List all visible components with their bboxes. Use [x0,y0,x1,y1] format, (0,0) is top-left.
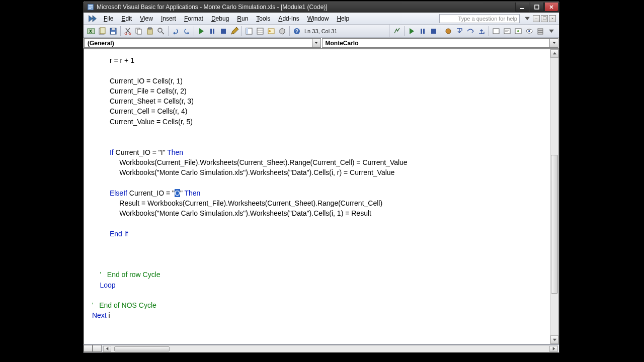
minimize-button[interactable] [515,3,529,12]
mdi-restore-button[interactable]: ❐ [541,15,548,22]
find-icon[interactable] [156,26,166,36]
copy-icon[interactable] [134,26,144,36]
svg-rect-18 [221,29,226,34]
immediate-window-icon[interactable] [502,26,512,36]
help-icon[interactable]: ? [292,26,302,36]
svg-point-33 [517,30,519,32]
svg-rect-26 [421,29,422,34]
menu-file[interactable]: File [100,14,117,23]
cursor-position-label: Ln 33, Col 31 [304,28,350,34]
break2-icon[interactable] [418,26,428,36]
statusbar [84,344,559,352]
svg-rect-7 [112,28,115,30]
design-mode-icon[interactable] [229,26,239,36]
menu-debug[interactable]: Debug [207,14,233,23]
menu-format[interactable]: Format [180,14,207,23]
procedure-combo[interactable]: MonteCarlo [322,38,559,48]
reset2-icon[interactable] [429,26,439,36]
horizontal-scrollbar[interactable] [103,345,558,352]
scroll-down-icon[interactable] [550,335,558,344]
menu-help[interactable]: Help [333,14,353,23]
object-combo-value: (General) [85,40,117,47]
code-area[interactable]: r = r + 1 Current_IO = Cells(r, 1) Curre… [84,49,550,344]
toggle-breakpoint-icon[interactable] [443,26,453,36]
menu-window[interactable]: Window [303,14,333,23]
menu-insert[interactable]: Insert [157,14,180,23]
compile-icon[interactable] [392,26,402,36]
code-text[interactable]: r = r + 1 Current_IO = Cells(r, 1) Curre… [90,55,550,321]
menu-add-ins[interactable]: Add-Ins [274,14,303,23]
svg-rect-5 [100,28,105,34]
hscroll-track[interactable] [111,346,549,352]
menu-view[interactable]: View [136,14,157,23]
help-dropdown-icon[interactable] [522,14,532,24]
menu-run[interactable]: Run [233,14,252,23]
step-over-icon[interactable] [465,26,475,36]
run2-icon[interactable] [407,26,417,36]
reset-icon[interactable] [218,26,228,36]
scroll-right-icon[interactable] [549,346,557,352]
menu-edit[interactable]: Edit [117,14,136,23]
close-button[interactable] [544,3,558,12]
svg-rect-16 [210,29,212,34]
view-excel-icon[interactable] [86,26,96,36]
debug-toolbar [389,25,557,37]
svg-rect-36 [538,29,543,30]
object-browser-icon[interactable] [266,26,276,36]
toolbox-icon[interactable] [277,26,287,36]
quick-watch-icon[interactable] [524,26,534,36]
window-title: Microsoft Visual Basic for Applications … [97,4,515,11]
insert-module-icon[interactable] [97,26,107,36]
call-stack-icon[interactable] [535,26,545,36]
undo-icon[interactable] [171,26,181,36]
procedure-view-button[interactable] [84,345,93,352]
code-pane-combos: (General) MonteCarlo [84,38,559,49]
cut-icon[interactable] [123,26,133,36]
procedure-combo-value: MonteCarlo [323,40,362,47]
vertical-scrollbar[interactable] [550,49,558,344]
full-module-view-button[interactable] [93,345,102,352]
svg-rect-37 [538,31,543,32]
menu-tools[interactable]: Tools [252,14,274,23]
svg-rect-27 [423,29,425,34]
svg-rect-30 [493,29,499,34]
scroll-up-icon[interactable] [550,49,558,58]
mdi-icon[interactable] [88,14,98,24]
run-icon[interactable] [196,26,206,36]
app-icon [87,3,95,11]
titlebar[interactable]: Microsoft Visual Basic for Applications … [84,2,559,13]
break-icon[interactable] [207,26,217,36]
svg-rect-3 [88,29,95,34]
toolbar-overflow-icon[interactable] [546,26,556,36]
scroll-left-icon[interactable] [103,346,111,352]
chevron-down-icon[interactable] [312,39,320,47]
svg-point-15 [158,28,162,32]
code-editor: r = r + 1 Current_IO = Cells(r, 1) Curre… [84,49,559,344]
properties-icon[interactable] [255,26,265,36]
svg-rect-2 [535,5,539,9]
save-icon[interactable] [108,26,118,36]
standard-toolbar: ? Ln 33, Col 31 [84,25,559,38]
step-into-icon[interactable] [454,26,464,36]
svg-point-35 [528,30,530,32]
step-out-icon[interactable] [476,26,487,36]
mdi-minimize-button[interactable]: – [533,15,540,22]
paste-icon[interactable] [145,26,155,36]
project-explorer-icon[interactable] [244,26,254,36]
scroll-track[interactable] [550,58,558,335]
help-search-input[interactable] [439,14,520,23]
locals-window-icon[interactable] [491,26,501,36]
maximize-button[interactable] [530,3,544,12]
svg-rect-14 [148,28,151,29]
chevron-down-icon[interactable] [549,39,558,47]
hscroll-thumb[interactable] [114,346,170,351]
svg-rect-31 [504,29,510,34]
view-mode-toggle [84,345,102,352]
object-combo[interactable]: (General) [84,38,321,48]
watch-window-icon[interactable] [513,26,523,36]
scroll-thumb[interactable] [551,155,558,294]
redo-icon[interactable] [182,26,192,36]
svg-rect-17 [213,29,214,34]
svg-rect-1 [520,8,524,9]
mdi-close-button[interactable]: × [549,15,556,22]
